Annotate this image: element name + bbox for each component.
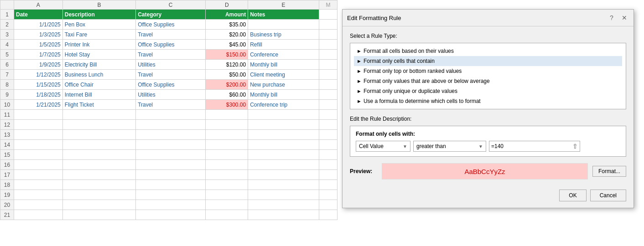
cell-desc[interactable]: Pen Box — [62, 20, 135, 30]
cell-cat[interactable]: Office Supplies — [136, 80, 206, 90]
cell-extra — [319, 40, 338, 50]
cell-amt[interactable]: $35.00 — [206, 20, 248, 30]
rule-type-item-cells-contain[interactable]: ►Format only cells that contain — [354, 56, 622, 66]
condition-dropdown[interactable]: greater than ▼ — [413, 141, 486, 152]
rule-type-label: Format only unique or duplicate values — [364, 88, 457, 94]
row-num: 19 — [0, 190, 14, 200]
cell-notes[interactable]: Monthly bill — [248, 90, 319, 100]
table-row-empty: 18 — [0, 180, 338, 190]
edit-rule-desc-label: Edit the Rule Description: — [350, 116, 626, 122]
row-num-1: 1 — [0, 10, 14, 20]
dialog-titlebar: Edit Formatting Rule ? ✕ — [343, 10, 634, 26]
cell-desc[interactable]: Taxi Fare — [62, 30, 135, 40]
cell-cat[interactable]: Travel — [136, 50, 206, 60]
cell-date[interactable]: 1/7/2025 — [14, 50, 63, 60]
cell-amt[interactable]: $200.00 — [206, 80, 248, 90]
table-row: 7 1/12/2025 Business Lunch Travel $50.00… — [0, 70, 338, 80]
cell-notes[interactable]: Client meeting — [248, 70, 319, 80]
cell-amt[interactable]: $45.00 — [206, 40, 248, 50]
cell-date[interactable]: 1/5/2025 — [14, 40, 63, 50]
row-num: 10 — [0, 100, 14, 110]
table-row-empty: 11 — [0, 110, 338, 120]
rule-type-item-unique-duplicate[interactable]: ►Format only unique or duplicate values — [354, 86, 622, 96]
cell-date[interactable]: 1/12/2025 — [14, 70, 63, 80]
cell-desc[interactable]: Business Lunch — [62, 70, 135, 80]
rule-type-item-above-below-avg[interactable]: ►Format only values that are above or be… — [354, 76, 622, 86]
cell-notes[interactable]: Refill — [248, 40, 319, 50]
table-row: 10 1/21/2025 Flight Ticket Travel $300.0… — [0, 100, 338, 110]
col-c-header[interactable]: C — [136, 0, 206, 10]
cell-date[interactable]: 1/9/2025 — [14, 60, 63, 70]
cell-notes[interactable]: Monthly bill — [248, 60, 319, 70]
cell-desc[interactable]: Internet Bill — [62, 90, 135, 100]
cell-cat[interactable]: Utilities — [136, 90, 206, 100]
cell-amt[interactable]: $50.00 — [206, 70, 248, 80]
cell-desc[interactable]: Flight Ticket — [62, 100, 135, 110]
cell-cat[interactable]: Utilities — [136, 60, 206, 70]
col-b-header[interactable]: B — [62, 0, 135, 10]
cell-date[interactable]: 1/15/2025 — [14, 80, 63, 90]
rule-type-item-top-bottom[interactable]: ►Format only top or bottom ranked values — [354, 66, 622, 76]
table-row-empty: 16 — [0, 160, 338, 170]
cell-amt[interactable]: $150.00 — [206, 50, 248, 60]
table-row: 8 1/15/2025 Office Chair Office Supplies… — [0, 80, 338, 90]
cell-cat[interactable]: Office Supplies — [136, 20, 206, 30]
row-num: 14 — [0, 140, 14, 150]
row-num: 18 — [0, 180, 14, 190]
col-d-header[interactable]: D — [206, 0, 248, 10]
ok-button[interactable]: OK — [559, 190, 586, 201]
cell-amt[interactable]: $20.00 — [206, 30, 248, 40]
rule-type-box: ►Format all cells based on their values►… — [350, 43, 626, 109]
cell-desc[interactable]: Office Chair — [62, 80, 135, 90]
cell-notes[interactable]: Conference trip — [248, 100, 319, 110]
arrow-icon: ► — [357, 48, 362, 54]
sheet-table: A B C D E M 1 Date Description Category … — [0, 0, 338, 220]
select-rule-type-label: Select a Rule Type: — [350, 33, 626, 39]
cell-cat[interactable]: Travel — [136, 100, 206, 110]
cell-notes[interactable] — [248, 20, 319, 30]
cell-notes[interactable]: Conference — [248, 50, 319, 60]
row-num: 12 — [0, 120, 14, 130]
spreadsheet: A B C D E M 1 Date Description Category … — [0, 0, 338, 246]
cell-cat[interactable]: Travel — [136, 30, 206, 40]
cell-cat[interactable]: Office Supplies — [136, 40, 206, 50]
rule-type-item-all-cells[interactable]: ►Format all cells based on their values — [354, 46, 622, 56]
cell-extra — [319, 30, 338, 40]
cell-desc[interactable]: Printer Ink — [62, 40, 135, 50]
cell-extra — [319, 90, 338, 100]
help-button[interactable]: ? — [607, 13, 616, 22]
cell-date[interactable]: 1/21/2025 — [14, 100, 63, 110]
rule-type-label: Format all cells based on their values — [364, 48, 454, 54]
value-text: =140 — [491, 143, 504, 149]
preview-label: Preview: — [350, 168, 377, 174]
cell-date[interactable]: 1/18/2025 — [14, 90, 63, 100]
cell-cat[interactable]: Travel — [136, 70, 206, 80]
row-num: 6 — [0, 60, 14, 70]
cancel-button[interactable]: Cancel — [590, 190, 626, 201]
cell-desc[interactable]: Electricity Bill — [62, 60, 135, 70]
format-button[interactable]: Format... — [592, 166, 626, 177]
rule-type-item-formula[interactable]: ►Use a formula to determine which cells … — [354, 96, 622, 106]
cell-desc[interactable]: Hotel Stay — [62, 50, 135, 60]
table-row: 2 1/1/2025 Pen Box Office Supplies $35.0… — [0, 20, 338, 30]
header-extra — [319, 10, 338, 20]
cell-amt[interactable]: $120.00 — [206, 60, 248, 70]
value-input[interactable]: =140 ⇧ — [489, 141, 580, 152]
rule-type-label: Use a formula to determine which cells t… — [364, 98, 481, 104]
col-m-header: M — [319, 0, 338, 10]
cell-amt[interactable]: $300.00 — [206, 100, 248, 110]
table-row-empty: 21 — [0, 210, 338, 220]
table-row: 3 1/3/2025 Taxi Fare Travel $20.00 Busin… — [0, 30, 338, 40]
cell-amt[interactable]: $60.00 — [206, 90, 248, 100]
cell-date[interactable]: 1/3/2025 — [14, 30, 63, 40]
cell-notes[interactable]: Business trip — [248, 30, 319, 40]
cell-value-dropdown[interactable]: Cell Value ▼ — [356, 141, 410, 152]
table-row: 6 1/9/2025 Electricity Bill Utilities $1… — [0, 60, 338, 70]
close-button[interactable]: ✕ — [620, 13, 629, 22]
col-e-header[interactable]: E — [248, 0, 319, 10]
dialog-body: Select a Rule Type: ►Format all cells ba… — [343, 26, 634, 186]
arrow-icon: ► — [357, 78, 362, 84]
cell-date[interactable]: 1/1/2025 — [14, 20, 63, 30]
cell-notes[interactable]: New purchase — [248, 80, 319, 90]
col-a-header[interactable]: A — [14, 0, 63, 10]
